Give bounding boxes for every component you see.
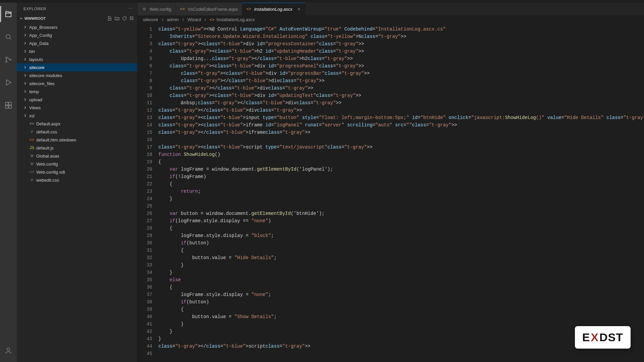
collapse-all-icon[interactable] bbox=[129, 16, 135, 21]
breadcrumb-item[interactable]: sitecore bbox=[143, 17, 158, 22]
code-line: class="t-gray"></class="t-blue">scriptcl… bbox=[158, 343, 644, 350]
code-line: { bbox=[158, 180, 644, 188]
svg-point-3 bbox=[10, 59, 11, 60]
extensions-icon[interactable] bbox=[0, 97, 16, 113]
editor-area: ⚙ Web.config <> VsCodeEditorFrame.aspx <… bbox=[138, 3, 644, 362]
folder-label: App_Config bbox=[29, 33, 52, 38]
folder-App_Browsers[interactable]: App_Browsers bbox=[17, 23, 137, 31]
breadcrumb-item[interactable]: Wizard bbox=[187, 17, 201, 22]
folder-sitecore-modules[interactable]: sitecore modules bbox=[17, 71, 137, 79]
file-Web.config[interactable]: ⚙ Web.config bbox=[17, 160, 137, 168]
code-line: else bbox=[158, 276, 644, 284]
folder-layouts[interactable]: layouts bbox=[17, 55, 137, 63]
explorer-icon[interactable] bbox=[0, 6, 16, 22]
file-default.htm.sitedown[interactable]: <> default.htm.sitedown bbox=[17, 136, 137, 144]
line-number: 39 bbox=[138, 306, 152, 313]
file-default.js[interactable]: JS default.js bbox=[17, 144, 137, 152]
folder-sitecore[interactable]: sitecore bbox=[17, 63, 137, 71]
code-line: class="t-gray"><class="t-blue">div id="p… bbox=[158, 40, 644, 48]
code-line: class="t-gray"><class="t-blue">script ty… bbox=[158, 143, 644, 151]
new-folder-icon[interactable] bbox=[114, 16, 120, 21]
aspx-file-icon: <> bbox=[180, 6, 185, 12]
line-number: 42 bbox=[138, 328, 152, 335]
breadcrumb-item[interactable]: <> InstallationLog.ascx bbox=[210, 17, 255, 22]
line-number: 12 bbox=[138, 107, 152, 114]
code-line bbox=[158, 202, 644, 210]
code-line: button.value = "Hide Details"; bbox=[158, 254, 644, 261]
line-number: 22 bbox=[138, 180, 152, 188]
line-number: 45 bbox=[138, 350, 152, 357]
file-label: default.css bbox=[36, 129, 57, 134]
file-default.css[interactable]: # default.css bbox=[17, 128, 137, 136]
folder-Views[interactable]: Views bbox=[17, 104, 137, 112]
code-line: { bbox=[158, 158, 644, 166]
folder-label: App_Data bbox=[29, 41, 49, 46]
line-number: 37 bbox=[138, 291, 152, 298]
chevron-right-icon bbox=[160, 17, 165, 22]
file-Global.asax[interactable]: ⚙ Global.asax bbox=[17, 152, 137, 160]
run-debug-icon[interactable] bbox=[0, 74, 16, 90]
line-number: 24 bbox=[138, 195, 152, 202]
line-number: 33 bbox=[138, 261, 152, 269]
code-line: class="t-gray"><class="t-blue">h2 id="up… bbox=[158, 48, 644, 55]
search-icon[interactable] bbox=[0, 29, 16, 45]
file-Web.config.xdt[interactable]: <> Web.config.xdt bbox=[17, 168, 137, 176]
folder-label: Views bbox=[29, 105, 41, 110]
section-header[interactable]: WWWROOT bbox=[17, 14, 137, 22]
line-number: 4 bbox=[138, 48, 152, 55]
code-line: class="t-gray"></class="t-blue">divclass… bbox=[158, 77, 644, 84]
chevron-right-icon bbox=[181, 17, 185, 22]
folder-bin[interactable]: bin bbox=[17, 47, 137, 55]
code-line bbox=[158, 136, 644, 143]
tab-VsCodeEditorFrame.aspx[interactable]: <> VsCodeEditorFrame.aspx bbox=[176, 3, 242, 15]
tab-InstallationLog.ascx[interactable]: <> InstallationLog.ascx bbox=[242, 3, 306, 15]
folder-temp[interactable]: temp bbox=[17, 87, 137, 96]
file-label: Web.config bbox=[36, 162, 58, 167]
line-number: 14 bbox=[138, 121, 152, 129]
close-icon[interactable] bbox=[297, 7, 301, 11]
folder-xsl[interactable]: xsl bbox=[17, 112, 137, 120]
folder-App_Data[interactable]: App_Data bbox=[17, 39, 137, 47]
line-number: 23 bbox=[138, 188, 152, 195]
file-webedit.css[interactable]: # webedit.css bbox=[17, 176, 137, 184]
config-file-icon: ⚙ bbox=[29, 161, 35, 167]
line-number: 35 bbox=[138, 276, 152, 284]
chevron-right-icon bbox=[23, 49, 28, 54]
code-line: } bbox=[158, 320, 644, 328]
line-number: 7 bbox=[138, 70, 152, 77]
chevron-right-icon bbox=[23, 73, 28, 78]
code-editor[interactable]: class="t-yellow"><%@ Control Language="C… bbox=[158, 24, 644, 362]
breadcrumb-item[interactable]: admin bbox=[167, 17, 179, 22]
breadcrumb-label: Wizard bbox=[187, 17, 201, 22]
code-line: } bbox=[158, 269, 644, 276]
tab-Web.config[interactable]: ⚙ Web.config bbox=[138, 3, 176, 15]
title-bar bbox=[0, 0, 644, 3]
code-line: { bbox=[158, 247, 644, 254]
tab-label: InstallationLog.ascx bbox=[254, 7, 292, 12]
accounts-icon[interactable] bbox=[0, 343, 16, 359]
folder-App_Config[interactable]: App_Config bbox=[17, 31, 137, 39]
line-number: 20 bbox=[138, 166, 152, 173]
code-line: } bbox=[158, 335, 644, 343]
source-control-icon[interactable] bbox=[0, 52, 16, 68]
watermark-pre: E bbox=[582, 331, 590, 344]
file-Default.aspx[interactable]: <> Default.aspx bbox=[17, 120, 137, 128]
new-file-icon[interactable] bbox=[107, 16, 112, 21]
chevron-right-icon bbox=[23, 113, 28, 118]
breadcrumb-label: sitecore bbox=[143, 17, 158, 22]
line-number: 8 bbox=[138, 77, 152, 84]
code-line: function ShowHideLog() bbox=[158, 151, 644, 158]
refresh-icon[interactable] bbox=[122, 16, 127, 21]
line-number: 38 bbox=[138, 298, 152, 306]
line-number: 15 bbox=[138, 129, 152, 136]
code-line: class="t-gray"></class="t-blue">iframecl… bbox=[158, 129, 644, 136]
folder-upload[interactable]: upload bbox=[17, 96, 137, 104]
tab-bar: ⚙ Web.config <> VsCodeEditorFrame.aspx <… bbox=[138, 3, 644, 15]
code-line bbox=[158, 350, 644, 357]
folder-label: sitecore_files bbox=[29, 81, 55, 86]
file-tree: App_Browsers App_Config App_Data bin lay… bbox=[17, 22, 137, 362]
file-label: Global.asax bbox=[36, 154, 59, 159]
sidebar-more-icon[interactable]: ⋯ bbox=[128, 6, 132, 11]
folder-sitecore_files[interactable]: sitecore_files bbox=[17, 79, 137, 87]
line-number: 25 bbox=[138, 202, 152, 210]
